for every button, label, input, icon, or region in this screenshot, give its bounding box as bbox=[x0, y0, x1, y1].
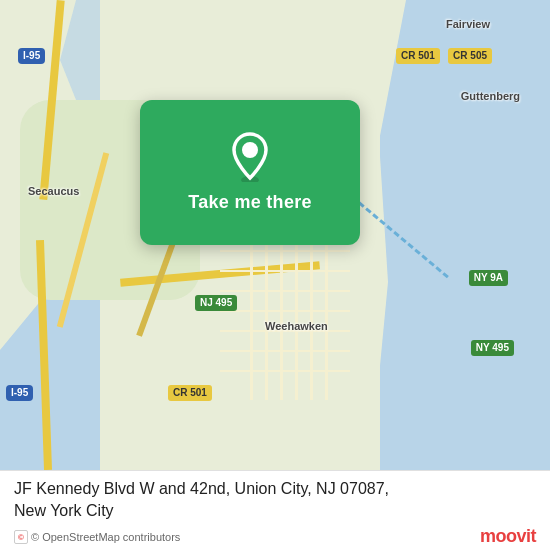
grid-horizontal-4 bbox=[220, 290, 350, 292]
route-badge-ny495: NY 495 bbox=[471, 340, 514, 356]
info-footer: © © OpenStreetMap contributors moovit bbox=[14, 526, 536, 547]
moovit-brand-text: moovit bbox=[480, 526, 536, 547]
route-badge-i95-north: I-95 bbox=[18, 48, 45, 64]
osm-credit-text: © OpenStreetMap contributors bbox=[31, 531, 180, 543]
address-line2: New York City bbox=[14, 502, 114, 519]
osm-logo-icon: © bbox=[14, 530, 28, 544]
route-badge-cr501: CR 501 bbox=[168, 385, 212, 401]
route-badge-cr501-right: CR 501 bbox=[396, 48, 440, 64]
address-line1: JF Kennedy Blvd W and 42nd, Union City, … bbox=[14, 480, 389, 497]
route-badge-cr505: CR 505 bbox=[448, 48, 492, 64]
osm-credit: © © OpenStreetMap contributors bbox=[14, 530, 180, 544]
route-badge-ny9a: NY 9A bbox=[469, 270, 508, 286]
grid-horizontal-6 bbox=[220, 330, 350, 332]
info-bar: JF Kennedy Blvd W and 42nd, Union City, … bbox=[0, 470, 550, 550]
route-badge-nj495: NJ 495 bbox=[195, 295, 237, 311]
take-me-there-label: Take me there bbox=[188, 192, 312, 213]
grid-horizontal-7 bbox=[220, 350, 350, 352]
grid-horizontal-3 bbox=[220, 270, 350, 272]
moovit-logo: moovit bbox=[480, 526, 536, 547]
map-container: I-95 I-95 CR 501 CR 505 CR 501 NY 9A NY … bbox=[0, 0, 550, 470]
location-pin-icon bbox=[230, 132, 270, 182]
grid-horizontal-8 bbox=[220, 370, 350, 372]
svg-point-1 bbox=[242, 142, 258, 158]
grid-horizontal-5 bbox=[220, 310, 350, 312]
address-line: JF Kennedy Blvd W and 42nd, Union City, … bbox=[14, 478, 536, 523]
grid-horizontal-2 bbox=[220, 250, 350, 252]
route-badge-i95-south: I-95 bbox=[6, 385, 33, 401]
take-me-there-button[interactable]: Take me there bbox=[140, 100, 360, 245]
